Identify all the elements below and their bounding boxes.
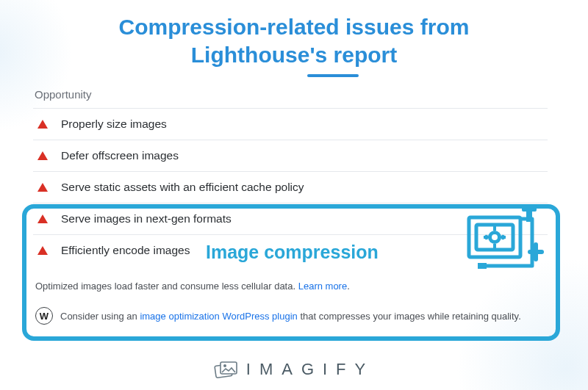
warning-triangle-icon: [37, 246, 48, 255]
svg-point-11: [492, 234, 498, 240]
page-title: Compression-related issues from Lighthou…: [0, 13, 588, 77]
title-line-1: Compression-related issues from: [119, 15, 470, 39]
svg-rect-10: [484, 234, 489, 239]
brand-wordmark: IMAGIFY: [246, 360, 374, 379]
warning-triangle-icon: [37, 120, 48, 129]
learn-more-link[interactable]: Learn more: [298, 281, 347, 292]
wp-tip-text: Consider using an image optimization Wor…: [60, 311, 521, 322]
brand-footer: IMAGIFY: [0, 359, 588, 380]
wordpress-icon: W: [35, 307, 53, 325]
opportunity-row: Properly size images: [33, 108, 548, 140]
section-label: Opportunity: [35, 88, 548, 101]
opportunity-text: Serve static assets with an efficient ca…: [61, 181, 304, 194]
wordpress-tip: W Consider using an image optimization W…: [35, 307, 521, 325]
svg-point-19: [223, 364, 226, 367]
helper-suffix: .: [347, 281, 350, 292]
callout-label: Image compression: [206, 242, 379, 263]
svg-rect-3: [493, 226, 496, 231]
wp-tip-prefix: Consider using an: [60, 311, 140, 322]
opportunity-text: Serve images in next-gen formats: [61, 212, 232, 225]
opportunity-row: Serve static assets with an efficient ca…: [33, 171, 548, 203]
title-underline: [307, 74, 359, 77]
title-line-2: Lighthouse's report: [191, 43, 397, 67]
imagify-logo-icon: [214, 359, 239, 380]
svg-rect-8: [501, 234, 506, 239]
svg-rect-4: [493, 244, 496, 248]
wp-tip-suffix: that compresses your images while retain…: [298, 311, 521, 322]
opportunity-text: Efficiently encode images: [61, 244, 190, 257]
svg-rect-15: [534, 242, 538, 261]
opportunity-text: Properly size images: [61, 118, 167, 131]
opportunity-row: Defer offscreen images: [33, 140, 548, 171]
warning-triangle-icon: [37, 183, 48, 192]
compression-icon: [463, 206, 544, 282]
helper-prefix: Optimized images load faster and consume…: [35, 281, 298, 292]
warning-triangle-icon: [37, 214, 48, 223]
opportunity-text: Defer offscreen images: [61, 149, 179, 162]
warning-triangle-icon: [37, 151, 48, 160]
svg-rect-13: [522, 206, 537, 212]
svg-rect-16: [478, 263, 487, 269]
wp-plugin-link[interactable]: image optimization WordPress plugin: [140, 311, 297, 322]
svg-rect-12: [526, 210, 532, 222]
helper-text: Optimized images load faster and consume…: [35, 281, 350, 292]
